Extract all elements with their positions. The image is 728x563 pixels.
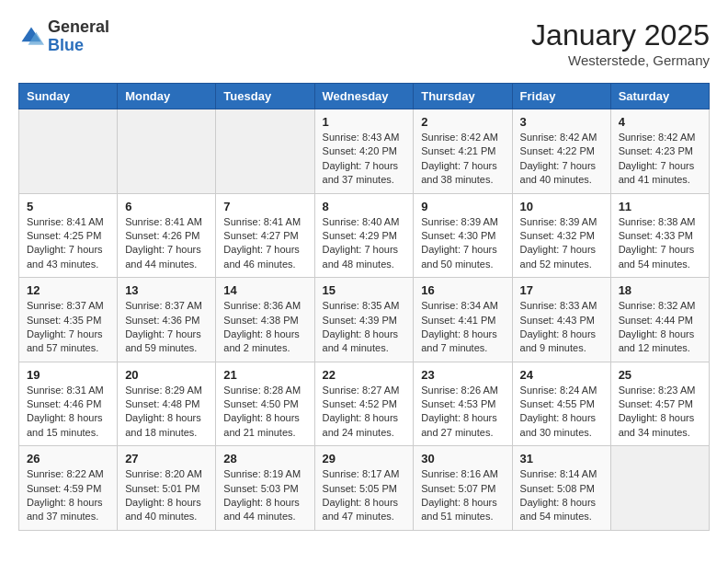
day-info: Sunrise: 8:42 AMSunset: 4:23 PMDaylight:… — [619, 131, 701, 188]
calendar-cell: 23Sunrise: 8:26 AMSunset: 4:53 PMDayligh… — [414, 362, 512, 446]
weekday-header-sunday: Sunday — [19, 84, 118, 109]
calendar-cell: 10Sunrise: 8:39 AMSunset: 4:32 PMDayligh… — [512, 193, 610, 278]
calendar-cell: 20Sunrise: 8:29 AMSunset: 4:48 PMDayligh… — [118, 362, 216, 446]
day-info: Sunrise: 8:24 AMSunset: 4:55 PMDaylight:… — [520, 384, 603, 441]
day-info: Sunrise: 8:16 AMSunset: 5:07 PMDaylight:… — [421, 467, 504, 524]
day-info: Sunrise: 8:31 AMSunset: 4:46 PMDaylight:… — [27, 384, 109, 441]
day-number: 29 — [323, 452, 406, 465]
day-number: 10 — [520, 200, 603, 213]
day-info: Sunrise: 8:43 AMSunset: 4:20 PMDaylight:… — [323, 131, 406, 188]
calendar-cell: 21Sunrise: 8:28 AMSunset: 4:50 PMDayligh… — [216, 362, 314, 446]
calendar-week-5: 26Sunrise: 8:22 AMSunset: 4:59 PMDayligh… — [19, 446, 710, 531]
calendar-cell: 6Sunrise: 8:41 AMSunset: 4:26 PMDaylight… — [118, 193, 216, 278]
calendar-week-4: 19Sunrise: 8:31 AMSunset: 4:46 PMDayligh… — [19, 362, 710, 446]
weekday-header-row: SundayMondayTuesdayWednesdayThursdayFrid… — [19, 84, 710, 109]
calendar-cell: 5Sunrise: 8:41 AMSunset: 4:25 PMDaylight… — [19, 193, 118, 278]
day-number: 6 — [125, 200, 208, 213]
day-info: Sunrise: 8:17 AMSunset: 5:05 PMDaylight:… — [323, 467, 406, 524]
weekday-header-monday: Monday — [118, 84, 216, 109]
day-number: 30 — [421, 452, 504, 465]
calendar-cell: 16Sunrise: 8:34 AMSunset: 4:41 PMDayligh… — [414, 278, 512, 362]
calendar-cell: 7Sunrise: 8:41 AMSunset: 4:27 PMDaylight… — [216, 193, 314, 278]
logo-general-text: General — [48, 18, 109, 37]
day-info: Sunrise: 8:36 AMSunset: 4:38 PMDaylight:… — [223, 299, 306, 356]
day-number: 4 — [619, 115, 701, 129]
day-number: 15 — [323, 283, 406, 297]
calendar-cell: 24Sunrise: 8:24 AMSunset: 4:55 PMDayligh… — [512, 362, 610, 446]
day-info: Sunrise: 8:26 AMSunset: 4:53 PMDaylight:… — [421, 384, 504, 441]
month-title: January 2025 — [531, 18, 710, 52]
logo-blue-text: Blue — [48, 37, 109, 55]
logo: General Blue — [18, 18, 109, 55]
day-info: Sunrise: 8:38 AMSunset: 4:33 PMDaylight:… — [619, 215, 701, 272]
day-info: Sunrise: 8:19 AMSunset: 5:03 PMDaylight:… — [223, 467, 306, 524]
calendar-cell: 11Sunrise: 8:38 AMSunset: 4:33 PMDayligh… — [610, 193, 709, 278]
day-info: Sunrise: 8:40 AMSunset: 4:29 PMDaylight:… — [323, 215, 406, 272]
calendar-cell: 17Sunrise: 8:33 AMSunset: 4:43 PMDayligh… — [512, 278, 610, 362]
day-number: 12 — [27, 283, 109, 297]
day-number: 8 — [323, 200, 406, 213]
day-number: 28 — [223, 452, 306, 465]
day-number: 21 — [223, 368, 306, 382]
day-info: Sunrise: 8:27 AMSunset: 4:52 PMDaylight:… — [323, 384, 406, 441]
calendar-cell: 29Sunrise: 8:17 AMSunset: 5:05 PMDayligh… — [314, 446, 414, 531]
calendar-cell: 9Sunrise: 8:39 AMSunset: 4:30 PMDaylight… — [414, 193, 512, 278]
location-text: Westerstede, Germany — [531, 52, 710, 68]
day-number: 11 — [619, 200, 701, 213]
calendar-cell: 19Sunrise: 8:31 AMSunset: 4:46 PMDayligh… — [19, 362, 118, 446]
calendar-cell — [118, 109, 216, 194]
calendar-cell: 1Sunrise: 8:43 AMSunset: 4:20 PMDaylight… — [314, 109, 414, 194]
day-info: Sunrise: 8:35 AMSunset: 4:39 PMDaylight:… — [323, 299, 406, 356]
logo-icon — [18, 24, 44, 50]
day-info: Sunrise: 8:20 AMSunset: 5:01 PMDaylight:… — [125, 467, 208, 524]
day-number: 26 — [27, 452, 109, 465]
day-number: 7 — [223, 200, 306, 213]
title-block: January 2025 Westerstede, Germany — [531, 18, 710, 68]
day-number: 22 — [323, 368, 406, 382]
day-number: 23 — [421, 368, 504, 382]
calendar-cell: 26Sunrise: 8:22 AMSunset: 4:59 PMDayligh… — [19, 446, 118, 531]
calendar-cell: 13Sunrise: 8:37 AMSunset: 4:36 PMDayligh… — [118, 278, 216, 362]
day-info: Sunrise: 8:32 AMSunset: 4:44 PMDaylight:… — [619, 299, 701, 356]
day-number: 25 — [619, 368, 701, 382]
day-info: Sunrise: 8:28 AMSunset: 4:50 PMDaylight:… — [223, 384, 306, 441]
day-info: Sunrise: 8:41 AMSunset: 4:26 PMDaylight:… — [125, 215, 208, 272]
day-number: 1 — [323, 115, 406, 129]
calendar-cell: 8Sunrise: 8:40 AMSunset: 4:29 PMDaylight… — [314, 193, 414, 278]
day-number: 14 — [223, 283, 306, 297]
day-info: Sunrise: 8:42 AMSunset: 4:22 PMDaylight:… — [520, 131, 603, 188]
day-info: Sunrise: 8:39 AMSunset: 4:32 PMDaylight:… — [520, 215, 603, 272]
calendar-week-3: 12Sunrise: 8:37 AMSunset: 4:35 PMDayligh… — [19, 278, 710, 362]
day-info: Sunrise: 8:37 AMSunset: 4:36 PMDaylight:… — [125, 299, 208, 356]
calendar-cell — [610, 446, 709, 531]
calendar-cell: 22Sunrise: 8:27 AMSunset: 4:52 PMDayligh… — [314, 362, 414, 446]
calendar-cell: 27Sunrise: 8:20 AMSunset: 5:01 PMDayligh… — [118, 446, 216, 531]
calendar-cell: 28Sunrise: 8:19 AMSunset: 5:03 PMDayligh… — [216, 446, 314, 531]
weekday-header-friday: Friday — [512, 84, 610, 109]
day-info: Sunrise: 8:22 AMSunset: 4:59 PMDaylight:… — [27, 467, 109, 524]
calendar-cell: 2Sunrise: 8:42 AMSunset: 4:21 PMDaylight… — [414, 109, 512, 194]
weekday-header-tuesday: Tuesday — [216, 84, 314, 109]
calendar-cell — [19, 109, 118, 194]
day-number: 16 — [421, 283, 504, 297]
calendar-cell: 4Sunrise: 8:42 AMSunset: 4:23 PMDaylight… — [610, 109, 709, 194]
weekday-header-saturday: Saturday — [610, 84, 709, 109]
day-info: Sunrise: 8:41 AMSunset: 4:25 PMDaylight:… — [27, 215, 109, 272]
calendar-cell: 31Sunrise: 8:14 AMSunset: 5:08 PMDayligh… — [512, 446, 610, 531]
day-number: 18 — [619, 283, 701, 297]
calendar-cell: 14Sunrise: 8:36 AMSunset: 4:38 PMDayligh… — [216, 278, 314, 362]
day-info: Sunrise: 8:14 AMSunset: 5:08 PMDaylight:… — [520, 467, 603, 524]
day-number: 20 — [125, 368, 208, 382]
calendar-cell: 18Sunrise: 8:32 AMSunset: 4:44 PMDayligh… — [610, 278, 709, 362]
day-number: 3 — [520, 115, 603, 129]
day-number: 17 — [520, 283, 603, 297]
day-number: 27 — [125, 452, 208, 465]
day-number: 2 — [421, 115, 504, 129]
page-header: General Blue January 2025 Westerstede, G… — [18, 18, 710, 68]
calendar-table: SundayMondayTuesdayWednesdayThursdayFrid… — [18, 83, 710, 531]
calendar-cell: 15Sunrise: 8:35 AMSunset: 4:39 PMDayligh… — [314, 278, 414, 362]
day-number: 24 — [520, 368, 603, 382]
day-info: Sunrise: 8:33 AMSunset: 4:43 PMDaylight:… — [520, 299, 603, 356]
day-number: 13 — [125, 283, 208, 297]
day-info: Sunrise: 8:29 AMSunset: 4:48 PMDaylight:… — [125, 384, 208, 441]
